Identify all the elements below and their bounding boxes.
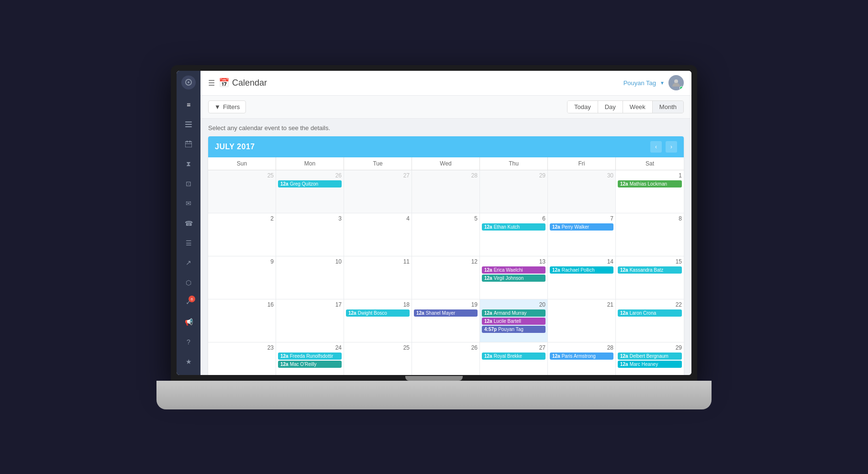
sidebar-logo[interactable] — [181, 76, 196, 89]
day-header-sat: Sat — [616, 157, 684, 170]
header-right: Pouyan Tag ▼ — [623, 75, 684, 90]
week-button[interactable]: Week — [623, 101, 653, 113]
month-button[interactable]: Month — [653, 101, 683, 113]
calendar-cell[interactable]: 30 — [548, 170, 616, 213]
calendar-cell[interactable]: 10 — [276, 256, 344, 299]
calendar-cell[interactable]: 3 — [276, 213, 344, 256]
cell-date: 12 — [414, 258, 478, 265]
calendar-cell[interactable]: 1512aKassandra Batz — [616, 256, 684, 299]
calendar-event[interactable]: 12aRoyal Brekke — [482, 353, 545, 360]
cell-date: 13 — [482, 258, 545, 265]
calendar-cell[interactable]: 25 — [344, 342, 412, 375]
filter-button[interactable]: ▼ Filters — [208, 100, 246, 113]
calendar-event[interactable]: 12aMarc Heaney — [618, 361, 682, 368]
calendar-event[interactable]: 12aGreg Quitzon — [278, 180, 342, 187]
calendar-event[interactable]: 12aParis Armstrong — [550, 353, 613, 360]
calendar-event[interactable]: 12aVirgil Johnson — [482, 275, 545, 282]
calendar-cell[interactable]: 4 — [344, 213, 412, 256]
calendar-cell[interactable]: 29 — [480, 170, 548, 213]
calendar-event[interactable]: 12aEthan Kutch — [482, 223, 545, 231]
header-left: ☰ 📅 Calendar — [208, 77, 267, 88]
calendar-cell[interactable]: 17 — [276, 299, 344, 342]
calendar-cell[interactable]: 2912aDelbert Bergnaum12aMarc Heaney — [616, 342, 684, 375]
hint-text: Select any calendar event to see the det… — [208, 124, 684, 132]
sidebar-item-favorites[interactable]: ★ — [180, 353, 197, 370]
svg-rect-4 — [185, 126, 192, 127]
hamburger-icon[interactable]: ☰ — [208, 78, 215, 88]
user-avatar[interactable] — [668, 75, 684, 90]
calendar-cell[interactable]: 9 — [208, 256, 276, 299]
calendar-event[interactable]: 12aErica Waelchi — [482, 266, 545, 274]
calendar-cell[interactable]: 16 — [208, 299, 276, 342]
calendar-event[interactable]: 12aArmand Murray — [482, 309, 545, 317]
sidebar-item-phone[interactable]: ☎ — [180, 215, 197, 231]
calendar-event[interactable]: 4:57pPouyan Tag — [482, 326, 545, 333]
cell-date: 3 — [278, 215, 342, 222]
calendar-event[interactable]: 12aPerry Walker — [550, 223, 613, 231]
cell-date: 28 — [414, 172, 478, 179]
sidebar-item-calendar[interactable] — [180, 136, 197, 153]
calendar-event[interactable]: 12aDwight Bosco — [346, 309, 410, 317]
calendar-cell[interactable]: 28 — [412, 170, 480, 213]
sidebar-item-hourglass[interactable]: ⧗ — [180, 155, 197, 172]
calendar-cell[interactable]: 2212aLaron Crona — [616, 299, 684, 342]
calendar-cell[interactable]: 1312aErica Waelchi12aVirgil Johnson — [480, 256, 548, 299]
prev-month-button[interactable]: ‹ — [650, 141, 662, 153]
user-name[interactable]: Pouyan Tag — [623, 79, 656, 87]
calendar-cell[interactable]: 2 — [208, 213, 276, 256]
sidebar-item-dashboard[interactable]: ≡ — [180, 96, 197, 113]
calendar-cell[interactable]: 1412aRachael Pollich — [548, 256, 616, 299]
sidebar-item-announce[interactable]: 📢 — [180, 314, 197, 331]
calendar-cell[interactable]: 2412aFreeda Runolfsdottir12aMac O'Reilly — [276, 342, 344, 375]
cell-date: 1 — [618, 172, 682, 179]
calendar-event[interactable]: 12aLaron Crona — [618, 309, 682, 317]
calendar-cell[interactable]: 8 — [616, 213, 684, 256]
calendar-event[interactable]: 12aKassandra Batz — [618, 266, 682, 274]
calendar-cell[interactable]: 26 — [412, 342, 480, 375]
calendar-event[interactable]: 12aRachael Pollich — [550, 266, 613, 274]
calendar-event[interactable]: 12aLucile Bartell — [482, 318, 545, 325]
svg-rect-5 — [185, 142, 192, 147]
calendar-cell[interactable]: 11 — [344, 256, 412, 299]
calendar-cell[interactable]: 712aPerry Walker — [548, 213, 616, 256]
sidebar-item-mail[interactable]: ✉ — [180, 195, 197, 212]
sidebar-item-chart[interactable]: ↗ — [180, 254, 197, 271]
sidebar-item-docs[interactable]: ☰ — [180, 234, 197, 251]
calendar-cell[interactable]: 2012aArmand Murray12aLucile Bartell4:57p… — [480, 299, 548, 342]
calendar-cell[interactable]: 25 — [208, 170, 276, 213]
calendar-cell[interactable]: 5 — [412, 213, 480, 256]
next-month-button[interactable]: › — [666, 141, 677, 153]
calendar-event[interactable]: 12aMathias Lockman — [618, 180, 682, 187]
sidebar-item-tasks[interactable]: ✓ 6 — [180, 294, 197, 310]
calendar-cell[interactable]: 112aMathias Lockman — [616, 170, 684, 213]
svg-rect-2 — [185, 121, 192, 122]
calendar-cell[interactable]: 612aEthan Kutch — [480, 213, 548, 256]
calendar-event[interactable]: 12aShanel Mayer — [414, 309, 478, 317]
day-button[interactable]: Day — [598, 101, 623, 113]
main-content: ☰ 📅 Calendar Pouyan Tag ▼ — [200, 71, 691, 375]
cell-date: 19 — [414, 301, 478, 308]
day-header-thu: Thu — [480, 157, 548, 170]
calendar-cell[interactable]: 2612aGreg Quitzon — [276, 170, 344, 213]
cell-date: 24 — [278, 344, 342, 351]
cell-date: 21 — [550, 301, 613, 308]
calendar-event[interactable]: 12aMac O'Reilly — [278, 361, 342, 368]
calendar-cell[interactable]: 1812aDwight Bosco — [344, 299, 412, 342]
sidebar-item-list[interactable] — [180, 116, 197, 132]
sidebar-item-network[interactable]: ⬡ — [180, 274, 197, 291]
calendar-cell[interactable]: 21 — [548, 299, 616, 342]
calendar-cell[interactable]: 12 — [412, 256, 480, 299]
sidebar-item-camera[interactable]: ⊡ — [180, 175, 197, 192]
today-button[interactable]: Today — [568, 101, 598, 113]
sidebar-item-help[interactable]: ? — [180, 333, 197, 350]
cell-date: 29 — [482, 172, 545, 179]
calendar-cell[interactable]: 2712aRoyal Brekke — [480, 342, 548, 375]
calendar-event[interactable]: 12aDelbert Bergnaum — [618, 353, 682, 360]
day-headers: Sun Mon Tue Wed Thu Fri Sat — [208, 157, 684, 170]
calendar-event[interactable]: 12aFreeda Runolfsdottir — [278, 353, 342, 360]
calendar-cell[interactable]: 1912aShanel Mayer — [412, 299, 480, 342]
calendar-cell[interactable]: 2812aParis Armstrong — [548, 342, 616, 375]
calendar-cell[interactable]: 27 — [344, 170, 412, 213]
calendar-cell[interactable]: 23 — [208, 342, 276, 375]
user-dropdown-icon[interactable]: ▼ — [660, 80, 665, 86]
